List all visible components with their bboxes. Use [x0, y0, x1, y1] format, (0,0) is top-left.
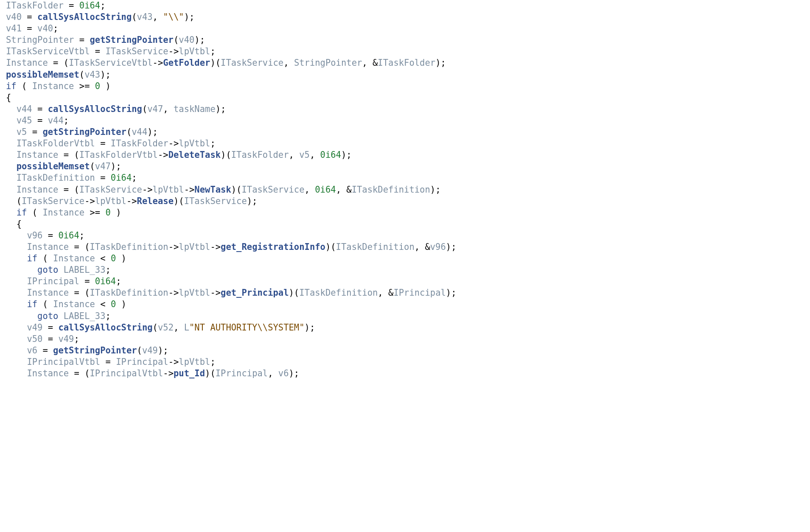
code-token-num: 0 — [111, 299, 116, 309]
code-token-def: ( — [90, 161, 95, 171]
decompiled-code-block: ITaskFolder = 0i64; v40 = callSysAllocSt… — [0, 0, 810, 379]
code-line: (ITaskService->lpVtbl->Release)(ITaskSer… — [6, 196, 257, 206]
code-token-var: v5 — [17, 127, 27, 137]
code-token-def: = — [100, 357, 116, 367]
code-token-num: 0i64 — [111, 173, 132, 183]
code-token-def: = — [95, 138, 111, 148]
code-token-var: v96 — [27, 230, 42, 241]
code-token-def: , — [283, 58, 294, 68]
code-token-call: possibleMemset — [6, 70, 79, 80]
code-token-var: ITaskService — [221, 58, 283, 68]
code-token-def: ( — [174, 35, 179, 45]
code-token-def: , — [268, 368, 278, 378]
code-token-call: callSysAllocString — [58, 322, 152, 333]
code-token-var: LABEL_33 — [64, 311, 106, 321]
code-token-def: -> — [184, 185, 195, 195]
code-token-def: = — [27, 127, 42, 137]
code-token-var: ITaskDefinition — [336, 242, 415, 252]
code-token-def — [6, 104, 17, 114]
code-token-var: ITaskServiceVtbl — [6, 46, 90, 56]
code-token-def: ); — [194, 35, 205, 45]
code-token-def — [6, 299, 27, 309]
code-token-var: Instance — [53, 299, 95, 309]
code-token-var: IPrincipal — [216, 368, 268, 378]
code-token-var: StringPointer — [6, 35, 74, 45]
code-line: ITaskServiceVtbl = ITaskService->lpVtbl; — [6, 46, 216, 56]
code-token-def — [58, 265, 63, 275]
code-token-var: ITaskDefinition — [90, 242, 168, 252]
code-token-def: < — [95, 253, 111, 263]
code-token-call: Release — [137, 196, 174, 206]
code-token-var: IPrincipal — [393, 288, 446, 298]
code-token-var: v44 — [17, 104, 32, 114]
code-token-def: = — [90, 46, 105, 56]
code-token-def — [6, 345, 27, 356]
code-token-def: -> — [126, 196, 137, 206]
code-token-var: lpVtbl — [179, 357, 210, 367]
code-token-var: IPrincipal — [27, 276, 79, 286]
code-token-var: Instance — [27, 288, 69, 298]
code-token-def: ; — [132, 173, 137, 183]
code-line: v41 = v40; — [6, 23, 58, 34]
code-token-def: , & — [336, 185, 352, 195]
code-token-def: ; — [106, 311, 111, 321]
code-token-var: v43 — [137, 12, 153, 22]
code-token-def: , — [289, 150, 300, 160]
code-token-def: ); — [184, 12, 195, 22]
code-token-num: 0i64 — [58, 230, 79, 241]
code-token-def: = ( — [58, 185, 79, 195]
code-token-def: , — [310, 150, 320, 160]
code-token-def: ; — [64, 115, 69, 126]
code-token-var: ITaskFolder — [378, 58, 435, 68]
code-token-def: ); — [111, 161, 121, 171]
code-line: v45 = v44; — [6, 115, 69, 126]
code-token-def: ); — [435, 58, 446, 68]
code-token-var: v40 — [6, 12, 22, 22]
code-token-def: = — [32, 104, 48, 114]
code-line: ITaskFolderVtbl = ITaskFolder->lpVtbl; — [6, 138, 216, 148]
code-token-def: -> — [84, 196, 95, 206]
code-token-var: ITaskService — [241, 185, 304, 195]
code-token-def: -> — [210, 288, 221, 298]
code-token-def: , — [305, 185, 315, 195]
code-token-def: ( — [137, 345, 142, 356]
code-token-var: v49 — [27, 322, 42, 333]
code-token-def: ) — [100, 81, 111, 91]
code-line: { — [6, 219, 22, 229]
code-token-def — [6, 127, 17, 137]
code-token-def: ); — [147, 127, 158, 137]
code-token-def: -> — [168, 138, 179, 148]
code-token-def: ; — [100, 0, 105, 11]
code-token-def — [6, 276, 27, 286]
code-line: if ( Instance >= 0 ) — [6, 81, 111, 91]
code-token-var: v47 — [95, 161, 111, 171]
code-token-var: lpVtbl — [153, 185, 184, 195]
code-token-def: ; — [210, 357, 215, 367]
code-token-var: v44 — [48, 115, 64, 126]
code-token-var: v40 — [179, 35, 194, 45]
code-token-def: ( — [132, 12, 137, 22]
code-token-def: = ( — [58, 150, 79, 160]
code-token-def: = — [42, 334, 58, 344]
code-token-def: ) — [116, 299, 126, 309]
code-token-def: )( — [210, 58, 221, 68]
code-token-var: taskName — [174, 104, 216, 114]
code-token-num: 0 — [111, 253, 116, 263]
code-token-kw: if — [27, 299, 37, 309]
code-token-def: ) — [116, 253, 126, 263]
code-token-def — [6, 150, 17, 160]
code-token-def: ( — [37, 299, 53, 309]
code-token-var: Instance — [27, 242, 69, 252]
code-token-var: v41 — [6, 23, 22, 34]
code-line: v49 = callSysAllocString(v52, L"NT AUTHO… — [6, 322, 315, 333]
code-line: if ( Instance >= 0 ) — [6, 207, 121, 218]
code-line: ITaskDefinition = 0i64; — [6, 173, 137, 183]
code-token-def — [6, 138, 17, 148]
code-token-var: ITaskDefinition — [352, 185, 430, 195]
code-token-var: ITaskService — [106, 46, 168, 56]
code-token-def: = — [42, 230, 58, 241]
code-token-def: ); — [247, 196, 258, 206]
code-token-num: 0i64 — [320, 150, 341, 160]
code-line: v44 = callSysAllocString(v47, taskName); — [6, 104, 226, 114]
code-token-def: ( — [37, 253, 53, 263]
